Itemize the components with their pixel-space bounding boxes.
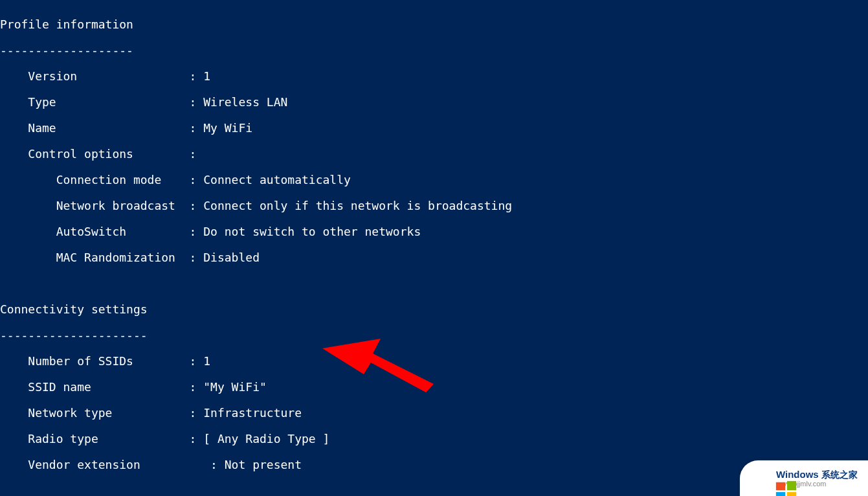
profile-line: Control options :	[0, 148, 512, 161]
profile-line: MAC Randomization : Disabled	[0, 251, 512, 264]
blank-line	[0, 277, 512, 290]
profile-line: Type : Wireless LAN	[0, 96, 512, 109]
svg-rect-1	[776, 482, 785, 490]
connectivity-line: Vendor extension : Not present	[0, 458, 512, 471]
blank-line	[0, 484, 512, 496]
profile-line: Connection mode : Connect automatically	[0, 174, 512, 186]
svg-rect-2	[787, 480, 796, 490]
profile-section-header: Profile information	[0, 18, 512, 31]
profile-line: AutoSwitch : Do not switch to other netw…	[0, 225, 512, 238]
profile-line: Network broadcast : Connect only if this…	[0, 199, 512, 212]
connectivity-section-dashes: ---------------------	[0, 329, 512, 342]
connectivity-line: Network type : Infrastructure	[0, 407, 512, 420]
watermark-brand: Windows 系统之家	[776, 469, 858, 479]
connectivity-line: Radio type : [ Any Radio Type ]	[0, 433, 512, 445]
windows-logo-icon	[746, 466, 771, 491]
watermark: Windows 系统之家 www.bjjmlv.com	[740, 460, 868, 496]
profile-line: Version : 1	[0, 70, 512, 83]
terminal-output[interactable]: Profile information ------------------- …	[0, 5, 512, 496]
connectivity-line: Number of SSIDs : 1	[0, 355, 512, 368]
profile-section-dashes: -------------------	[0, 44, 512, 57]
svg-rect-3	[776, 491, 785, 496]
connectivity-section-header: Connectivity settings	[0, 303, 512, 316]
svg-rect-4	[787, 491, 796, 496]
profile-line: Name : My WiFi	[0, 122, 512, 135]
connectivity-line: SSID name : "My WiFi"	[0, 381, 512, 394]
